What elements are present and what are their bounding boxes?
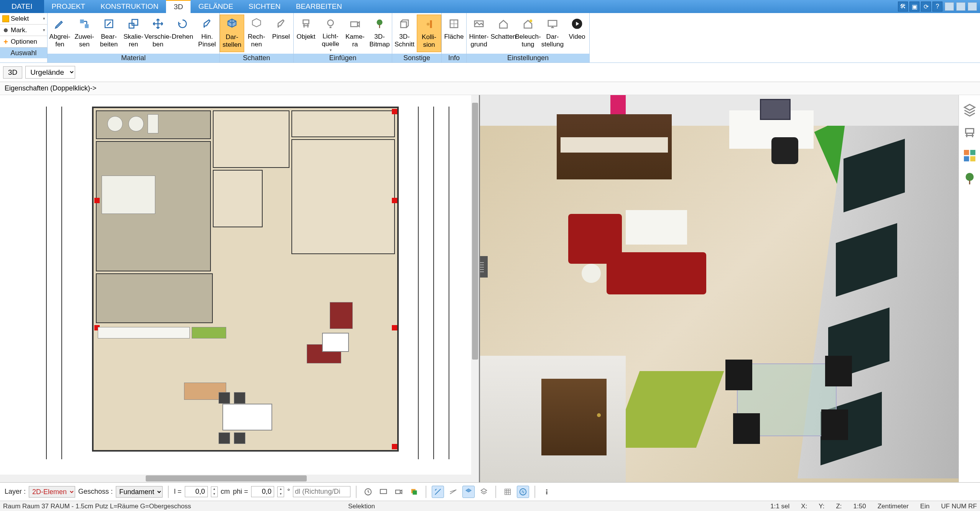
- background-button[interactable]: Hinter- grund: [467, 15, 491, 52]
- refresh-icon[interactable]: ⟳: [921, 2, 931, 12]
- fp-chair[interactable]: [219, 392, 230, 404]
- snap-2-icon[interactable]: [447, 486, 459, 498]
- help-icon[interactable]: ?: [932, 2, 942, 12]
- geschoss-select[interactable]: Fundament: [116, 486, 163, 498]
- fp-room[interactable]: [213, 170, 263, 227]
- svg-rect-26: [380, 489, 387, 493]
- material-move-button[interactable]: Verschie- ben: [146, 15, 170, 52]
- clock-icon[interactable]: [362, 486, 374, 498]
- length-spinner[interactable]: ▲▼: [211, 486, 218, 497]
- v-scrollbar[interactable]: [471, 95, 479, 475]
- area-button[interactable]: Fläche: [442, 15, 466, 52]
- fp-room[interactable]: [96, 273, 213, 323]
- menu-konstruktion[interactable]: KONSTRUKTION: [93, 0, 166, 13]
- collision-button[interactable]: Kolli- sion: [417, 15, 441, 52]
- mark-mode-button[interactable]: Mark. ▾: [0, 25, 48, 36]
- window-icon[interactable]: ▣: [909, 2, 919, 12]
- v-scrollbar-thumb[interactable]: [472, 103, 478, 360]
- fp-room[interactable]: [213, 110, 289, 168]
- maximize-button[interactable]: [956, 2, 965, 11]
- menu-file[interactable]: DATEI: [0, 0, 44, 13]
- shadow-render-button[interactable]: Dar- stellen: [220, 15, 244, 52]
- menu-3d[interactable]: 3D: [166, 0, 191, 13]
- fp-sink[interactable]: [128, 116, 144, 131]
- menu-bearbeiten[interactable]: BEARBEITEN: [288, 0, 350, 13]
- length-input[interactable]: [185, 486, 208, 497]
- fp-coffee-table[interactable]: [322, 333, 349, 352]
- view-2d[interactable]: [0, 95, 480, 482]
- lighting-button[interactable]: Beleuch- tung: [516, 15, 540, 52]
- view-3d-button[interactable]: 3D: [3, 66, 22, 79]
- fp-counter-green[interactable]: [192, 327, 226, 338]
- record-icon[interactable]: [393, 486, 405, 498]
- lighting-icon: [521, 17, 535, 31]
- fp-bed[interactable]: [102, 176, 155, 214]
- material-back-brush-button[interactable]: Hin. Pinsel: [195, 15, 219, 52]
- color-palette-icon[interactable]: [963, 149, 977, 163]
- layer-select[interactable]: 2D-Elemen: [29, 486, 75, 498]
- shadow-brush-button[interactable]: Pinsel: [269, 15, 293, 52]
- phi-spinner[interactable]: ▲▼: [277, 486, 284, 497]
- display-settings-button[interactable]: Dar- stellung: [540, 15, 565, 52]
- material-assign-button[interactable]: Zuwei- sen: [72, 15, 97, 52]
- fp-room[interactable]: [291, 139, 395, 254]
- info-icon[interactable]: [541, 486, 553, 498]
- fp-chair[interactable]: [234, 432, 245, 444]
- snap-4-icon[interactable]: [478, 486, 490, 498]
- grid-icon[interactable]: [502, 486, 514, 498]
- assign-icon: [77, 17, 91, 31]
- furniture-icon[interactable]: [963, 126, 977, 140]
- tools-icon[interactable]: 🛠: [898, 2, 908, 12]
- terrain-select[interactable]: Urgelände: [25, 66, 75, 79]
- layers-toggle-icon[interactable]: [408, 486, 420, 498]
- fp-toilet[interactable]: [148, 114, 158, 133]
- insert-camera-button[interactable]: Kame- ra: [343, 15, 367, 52]
- close-button[interactable]: [968, 2, 977, 11]
- h-scrollbar[interactable]: [0, 475, 479, 482]
- h-scrollbar-thumb[interactable]: [146, 475, 307, 481]
- marker[interactable]: [94, 198, 100, 203]
- properties-hint[interactable]: Eigenschaften (Doppelklick)->: [0, 82, 980, 95]
- view-3d[interactable]: [480, 95, 959, 482]
- view-splitter-handle[interactable]: [480, 256, 488, 278]
- layers-icon[interactable]: [963, 103, 977, 117]
- north-icon[interactable]: N: [517, 486, 529, 498]
- fp-counter[interactable]: [98, 327, 190, 338]
- menu-gelaende[interactable]: GELÄNDE: [191, 0, 241, 13]
- material-scale-button[interactable]: Skalie- ren: [121, 15, 146, 52]
- insert-3dbitmap-button[interactable]: 3D- Bitmap: [367, 15, 392, 52]
- material-edit-button[interactable]: Bear- beiten: [97, 15, 121, 52]
- fp-dining-table[interactable]: [222, 404, 272, 430]
- direction-input[interactable]: [293, 486, 350, 497]
- floorplan[interactable]: [92, 107, 399, 452]
- fp-chair[interactable]: [234, 392, 245, 404]
- fp-chair[interactable]: [219, 432, 230, 444]
- fp-sink[interactable]: [107, 116, 123, 131]
- shadow-calculate-button[interactable]: Rech- nen: [244, 15, 269, 52]
- snap-3-icon[interactable]: [462, 486, 475, 498]
- dim-guide: [418, 107, 419, 459]
- fp-armchair[interactable]: [330, 302, 353, 329]
- menu-projekt[interactable]: PROJEKT: [44, 0, 93, 13]
- phi-input[interactable]: [251, 486, 274, 497]
- insert-light-button[interactable]: Licht- quelle▾: [318, 15, 343, 52]
- menu-sichten[interactable]: SICHTEN: [241, 0, 288, 13]
- marker[interactable]: [392, 198, 397, 203]
- video-button[interactable]: Video: [565, 15, 589, 52]
- material-pick-button[interactable]: Abgrei- fen: [48, 15, 72, 52]
- marker[interactable]: [392, 444, 397, 449]
- minimize-button[interactable]: [945, 2, 954, 11]
- options-button[interactable]: + Optionen: [0, 36, 48, 48]
- 3d-section-button[interactable]: 3D- Schnitt: [392, 15, 417, 52]
- marker[interactable]: [392, 325, 397, 330]
- material-rotate-button[interactable]: Drehen: [170, 15, 195, 52]
- screen-icon[interactable]: [377, 486, 390, 498]
- shadow-settings-button[interactable]: Schatten: [491, 15, 516, 52]
- select-mode-button[interactable]: Selekt ▾: [0, 13, 48, 25]
- snap-1-icon[interactable]: [432, 486, 444, 498]
- monitor-icon: [546, 17, 559, 31]
- vegetation-icon[interactable]: [963, 172, 977, 186]
- fp-room[interactable]: [291, 110, 395, 137]
- insert-object-button[interactable]: Objekt: [294, 15, 318, 52]
- marker[interactable]: [392, 109, 397, 114]
